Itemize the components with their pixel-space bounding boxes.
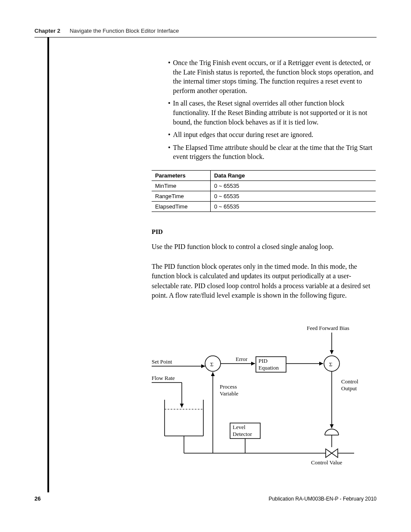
cell-param: MinTime — [152, 181, 211, 191]
table-header-parameters: Parameters — [152, 171, 211, 181]
label-process1: Process — [220, 383, 237, 390]
table-header-data-range: Data Range — [211, 171, 376, 181]
list-item-text: In all cases, the Reset signal overrides… — [173, 99, 377, 127]
label-set-point: Set Point — [152, 358, 172, 365]
list-item: • All input edges that occur during rese… — [168, 130, 377, 140]
cell-range: 0 ~ 65535 — [211, 181, 376, 191]
label-control-value: Control Value — [311, 459, 342, 466]
chapter-number: Chapter 2 — [34, 28, 60, 34]
list-item: • Once the Trig Finish event occurs, or … — [168, 58, 377, 95]
bullet-icon: • — [168, 130, 171, 140]
pid-description: The PID function block operates only in … — [152, 262, 377, 301]
parameters-table: Parameters Data Range MinTime 0 ~ 65535 … — [152, 170, 376, 212]
page: Chapter 2 Navigate the Function Block Ed… — [0, 0, 411, 532]
table-header-row: Parameters Data Range — [152, 171, 376, 181]
list-item-text: The Elapsed Time attribute should be cle… — [173, 143, 377, 162]
pid-intro-line: Use the PID function block to control a … — [152, 242, 377, 252]
pid-subheading: PID — [152, 228, 163, 236]
table-row: RangeTime 0 ~ 65535 — [152, 191, 376, 202]
list-item: • In all cases, the Reset signal overrid… — [168, 99, 377, 127]
label-pid-eq1: PID — [258, 358, 268, 364]
bullet-icon: • — [168, 143, 171, 162]
label-level2: Detector — [233, 431, 252, 437]
publication-info: Publication RA-UM003B-EN-P - February 20… — [268, 496, 377, 502]
list-item-text: Once the Trig Finish event occurs, or if… — [173, 58, 377, 95]
control-valve-icon — [326, 449, 338, 457]
label-flow-rate: Flow Rate — [152, 375, 175, 381]
list-item-text: All input edges that occur during reset … — [173, 130, 314, 140]
margin-rule — [47, 37, 49, 492]
table-row: ElapsedTime 0 ~ 65535 — [152, 202, 376, 212]
chapter-title: Navigate the Function Block Editor Inter… — [70, 28, 179, 34]
sigma-left: Σ — [210, 361, 214, 367]
cell-range: 0 ~ 65535 — [211, 191, 376, 202]
page-number: 26 — [34, 495, 40, 502]
header-rule — [34, 37, 377, 37]
cell-param: RangeTime — [152, 191, 211, 202]
cell-param: ElapsedTime — [152, 202, 211, 212]
sigma-right: Σ — [329, 361, 333, 367]
label-level1: Level — [233, 424, 246, 430]
label-feed-forward: Feed Forward Bias — [307, 325, 349, 331]
label-control-output2: Output — [341, 385, 357, 392]
bullet-icon: • — [168, 99, 171, 127]
label-process2: Variable — [220, 390, 239, 397]
label-control-output1: Control — [341, 378, 358, 385]
list-item: • The Elapsed Time attribute should be c… — [168, 143, 377, 162]
pid-diagram: Feed Forward Bias Set Point Flow Rate Σ … — [152, 324, 376, 475]
label-error: Error — [236, 356, 248, 362]
bullet-list: • Once the Trig Finish event occurs, or … — [168, 58, 377, 165]
label-pid-eq2: Equation — [258, 364, 279, 371]
actuator-icon — [325, 429, 339, 435]
cell-range: 0 ~ 65535 — [211, 202, 376, 212]
table-row: MinTime 0 ~ 65535 — [152, 181, 376, 191]
page-header: Chapter 2 Navigate the Function Block Ed… — [34, 28, 377, 34]
bullet-icon: • — [168, 58, 171, 95]
